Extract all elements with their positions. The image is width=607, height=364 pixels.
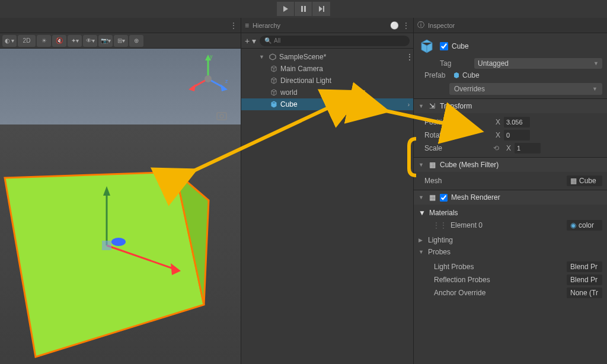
rotation-x-field[interactable]: 0	[504, 130, 530, 141]
prefab-icon	[270, 101, 278, 108]
scale-row: Scale ⟲ X 1	[418, 142, 602, 155]
step-button[interactable]	[312, 2, 330, 16]
material-icon: ◉	[570, 221, 576, 229]
hierarchy-panel: ≡ Hierarchy ⚪ ⋮ + ▾ 🔍 All ▼ SampleScene*…	[241, 18, 414, 364]
anchor-override-field[interactable]: None (Tr	[567, 288, 602, 298]
rotation-row: Rotation X 0	[418, 129, 602, 142]
material-field[interactable]: ◉ color	[567, 220, 602, 231]
unity-icon	[269, 53, 277, 60]
hierarchy-item-cube[interactable]: Cube ›	[241, 98, 413, 110]
svg-point-18	[111, 238, 126, 246]
gameobject-icon	[270, 89, 278, 96]
inspector-title: Inspector	[428, 22, 455, 29]
position-x-field[interactable]: 3.056	[504, 117, 530, 127]
scene-panel: ⋮ ◐ ▾ 2D ☀ 🔇 ✦▾ 👁▾ 📷▾ ⊞▾ ⊕ y z	[0, 18, 241, 364]
mesh-icon: ▦	[570, 177, 577, 185]
gizmo-toggle[interactable]: ⊞▾	[114, 35, 128, 47]
create-dropdown[interactable]: + ▾	[245, 36, 256, 46]
mesh-renderer-component: ▼ ▦ Mesh Renderer ▼ Materials ⋮⋮ Element…	[414, 190, 607, 302]
inspector-icon: ⓘ	[417, 20, 424, 30]
svg-rect-0	[301, 6, 303, 12]
prefab-name: Cube	[453, 71, 602, 79]
pause-button[interactable]	[295, 2, 312, 16]
active-checkbox[interactable]	[440, 42, 448, 50]
search-icon: 🔍	[264, 37, 271, 44]
mesh-filter-header[interactable]: ▼ ▦ Cube (Mesh Filter)	[414, 158, 607, 172]
light-probes-dropdown[interactable]: Blend Pr	[567, 261, 602, 272]
transform-header[interactable]: ▼ ⇲ Transform	[414, 99, 607, 113]
scene-node[interactable]: ▼ SampleScene* ⋮	[241, 51, 413, 63]
tag-label: Tag	[440, 59, 469, 68]
mesh-renderer-header[interactable]: ▼ ▦ Mesh Renderer	[414, 190, 607, 205]
hierarchy-item-light[interactable]: Directional Light	[241, 75, 413, 87]
audio-toggle[interactable]: 🔇	[52, 35, 66, 47]
transform-component: ▼ ⇲ Transform Position X 3.056 Rotation …	[414, 98, 607, 157]
lighting-section[interactable]: ▶ Lighting	[414, 234, 607, 246]
fold-arrow-icon[interactable]: ▼	[418, 209, 426, 217]
chevron-down-icon: ▼	[593, 60, 599, 66]
lock-icon[interactable]: ⚪	[390, 21, 399, 30]
hierarchy-tree: ▼ SampleScene* ⋮ Main Camera Directional…	[241, 49, 413, 113]
hierarchy-item-world[interactable]: world	[241, 87, 413, 98]
materials-section[interactable]: ▼ Materials	[418, 207, 602, 219]
object-icon[interactable]	[418, 38, 435, 55]
gameobject-icon	[270, 77, 278, 84]
mesh-filter-component: ▼ ▦ Cube (Mesh Filter) Mesh ▦ Cube	[414, 157, 607, 190]
gameobject-icon	[270, 65, 278, 72]
probes-section[interactable]: ▼ Probes	[414, 246, 607, 258]
renderer-icon: ▦	[428, 193, 436, 202]
mesh-icon: ▦	[428, 161, 436, 169]
hierarchy-toolbar: + ▾ 🔍 All	[241, 33, 413, 49]
fold-arrow-icon[interactable]: ▼	[418, 103, 424, 109]
scene-viewport[interactable]: y z	[0, 49, 241, 364]
svg-rect-1	[304, 6, 306, 12]
hierarchy-icon: ≡	[245, 21, 249, 30]
renderer-enabled-checkbox[interactable]	[440, 194, 448, 202]
play-button[interactable]	[277, 2, 295, 16]
playback-bar	[0, 0, 607, 18]
position-row: Position X 3.056	[418, 116, 602, 129]
cube-object[interactable]	[0, 49, 241, 364]
hierarchy-title: Hierarchy	[253, 22, 280, 29]
2d-toggle[interactable]: 2D	[18, 35, 36, 47]
fold-arrow-icon[interactable]: ▶	[418, 237, 424, 243]
scene-toolbar: ◐ ▾ 2D ☀ 🔇 ✦▾ 👁▾ 📷▾ ⊞▾ ⊕	[0, 33, 241, 49]
link-icon[interactable]: ⟲	[493, 144, 499, 152]
overrides-dropdown[interactable]: Overrides ▼	[449, 83, 602, 95]
svg-rect-19	[102, 241, 111, 250]
mesh-field[interactable]: ▦ Cube	[567, 175, 602, 186]
lighting-toggle[interactable]: ☀	[37, 35, 51, 47]
chevron-right-icon[interactable]: ›	[408, 101, 413, 108]
inspector-panel: ⓘ Inspector Cube Tag Untagged ▼	[414, 18, 607, 364]
fold-arrow-icon[interactable]: ▼	[259, 54, 266, 60]
transform-icon: ⇲	[428, 102, 436, 110]
fold-arrow-icon[interactable]: ▼	[418, 194, 424, 200]
inspector-header: Cube	[414, 36, 607, 57]
inspector-tab[interactable]: ⓘ Inspector	[414, 18, 607, 33]
fold-arrow-icon[interactable]: ▼	[418, 249, 424, 255]
tag-dropdown[interactable]: Untagged ▼	[474, 58, 602, 69]
kebab-icon[interactable]: ⋮	[406, 53, 413, 61]
reflection-probes-dropdown[interactable]: Blend Pr	[567, 274, 602, 285]
kebab-icon[interactable]: ⋮	[230, 21, 237, 30]
chevron-down-icon: ▼	[592, 86, 598, 92]
camera-toggle[interactable]: 📷▾	[98, 35, 113, 47]
drag-handle-icon[interactable]: ⋮⋮	[433, 221, 447, 229]
svg-rect-2	[323, 6, 324, 12]
gizmos-dropdown[interactable]: ⊕	[129, 35, 143, 47]
shading-dropdown[interactable]: ◐ ▾	[2, 35, 17, 47]
fx-toggle[interactable]: ✦▾	[68, 35, 82, 47]
scale-x-field[interactable]: 1	[515, 143, 541, 154]
hierarchy-search[interactable]: 🔍 All	[260, 36, 410, 46]
hierarchy-tab[interactable]: ≡ Hierarchy ⚪ ⋮	[241, 18, 413, 33]
hierarchy-item-camera[interactable]: Main Camera	[241, 63, 413, 75]
scene-tab-header: ⋮	[0, 18, 241, 33]
kebab-icon[interactable]: ⋮	[402, 21, 410, 30]
visibility-toggle[interactable]: 👁▾	[83, 35, 97, 47]
prefab-label: Prefab	[418, 71, 448, 79]
fold-arrow-icon[interactable]: ▼	[418, 162, 424, 168]
